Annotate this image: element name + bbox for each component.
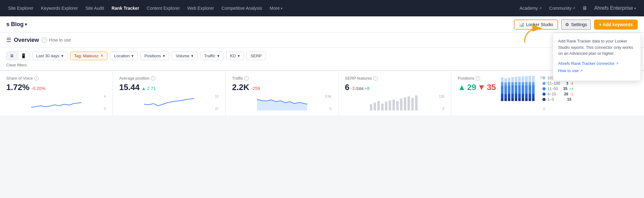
settings-button[interactable]: ⚙ Settings xyxy=(561,20,591,30)
tag-remove-icon[interactable]: ✕ xyxy=(100,54,103,58)
legend-row-11-50: 11–50 35 +4 xyxy=(542,87,573,91)
svg-rect-27 xyxy=(508,94,510,99)
chevron-down-icon: ▾ xyxy=(191,54,193,58)
positions-main: Positions i ▲ 29 ▼ 35 xyxy=(458,76,496,110)
chevron-down-icon: ▾ xyxy=(634,7,636,10)
breadcrumb[interactable]: s Blog ▾ xyxy=(6,21,27,28)
svg-rect-3 xyxy=(377,101,380,110)
svg-rect-4 xyxy=(381,104,384,110)
tooltip-link-how-to-use[interactable]: How to use ↗ xyxy=(558,68,636,73)
looker-studio-tooltip: Add Rank Tracker data to your Looker Stu… xyxy=(553,33,641,81)
average-position-label: Average position i xyxy=(119,76,219,81)
nav-community[interactable]: Community ↗ xyxy=(546,4,579,13)
svg-rect-6 xyxy=(389,100,391,110)
average-position-card: Average position i 15.44 ▲ 2.71 13 21 xyxy=(113,71,226,116)
nav-more[interactable]: More ▾ xyxy=(267,4,286,13)
mobile-device-btn[interactable]: 📱 xyxy=(18,52,29,60)
serp-sparkline: 128 0 xyxy=(345,95,445,110)
positions-filter[interactable]: Positions ▾ xyxy=(140,52,169,60)
nav-competitive-analysis[interactable]: Competitive Analysis xyxy=(218,4,265,13)
info-icon[interactable]: i xyxy=(151,76,155,81)
traffic-label: Traffic i xyxy=(232,76,332,81)
traffic-delta: -259 xyxy=(251,86,260,91)
share-of-voice-value: 1.72% -0.20% xyxy=(6,82,106,92)
how-to-use-link[interactable]: ? How to use xyxy=(42,37,71,43)
clear-filters-link[interactable]: Clear filters xyxy=(6,61,27,69)
nav-site-explorer[interactable]: Site Explorer xyxy=(5,4,36,13)
info-icon[interactable]: i xyxy=(373,76,378,81)
svg-rect-42 xyxy=(518,94,521,98)
location-filter[interactable]: Location ▾ xyxy=(110,52,138,60)
traffic-sparkline: 3.5K 0 xyxy=(232,95,332,110)
svg-rect-58 xyxy=(529,98,531,101)
volume-filter[interactable]: Volume ▾ xyxy=(172,52,197,60)
chevron-down-icon: ▾ xyxy=(238,54,240,58)
mobile-icon: 📱 xyxy=(21,53,26,58)
nav-keywords-explorer[interactable]: Keywords Explorer xyxy=(38,4,81,13)
up-arrow-icon: ▲ xyxy=(458,82,466,92)
average-position-sparkline: 13 21 xyxy=(119,95,219,110)
svg-rect-61 xyxy=(532,85,535,94)
svg-rect-38 xyxy=(515,98,517,101)
tag-filter[interactable]: Tag: Mateusz ✕ xyxy=(70,52,108,60)
svg-rect-29 xyxy=(511,77,514,82)
svg-rect-47 xyxy=(522,94,524,98)
kd-filter[interactable]: KD ▾ xyxy=(226,52,244,60)
nav-web-explorer[interactable]: Web Explorer xyxy=(184,4,217,13)
svg-rect-24 xyxy=(508,78,510,82)
metrics-row: Share of Voice i 1.72% -0.20% 4 0 Averag… xyxy=(0,71,644,116)
svg-rect-26 xyxy=(508,86,510,94)
desktop-icon: 🖥 xyxy=(10,53,14,58)
svg-rect-59 xyxy=(532,76,535,82)
svg-rect-50 xyxy=(525,82,528,86)
device-toggle: 🖥 📱 xyxy=(6,51,30,60)
info-icon[interactable]: i xyxy=(244,76,249,81)
svg-rect-34 xyxy=(515,77,517,82)
svg-rect-62 xyxy=(532,94,535,98)
svg-rect-36 xyxy=(515,86,517,93)
nav-content-explorer[interactable]: Content Explorer xyxy=(144,4,183,13)
svg-rect-2 xyxy=(374,103,376,110)
info-icon[interactable]: i xyxy=(34,76,39,81)
top-nav: Site Explorer Keywords Explorer Site Aud… xyxy=(0,0,644,16)
monitor-icon[interactable]: 🖥 xyxy=(580,3,590,13)
help-icon: ? xyxy=(42,37,47,43)
svg-rect-31 xyxy=(511,85,514,94)
overview-header: ☰ Overview ? How to use xyxy=(0,33,644,48)
traffic-filter[interactable]: Traffic ▾ xyxy=(200,52,223,60)
tooltip-link-connector[interactable]: Ahrefs Rank Tracker connector ↗ xyxy=(558,61,636,66)
share-of-voice-sparkline: 4 0 xyxy=(6,95,106,110)
svg-rect-32 xyxy=(511,94,514,98)
svg-rect-25 xyxy=(508,82,510,86)
sub-nav: s Blog ▾ 📊 Looker Studio ⚙ Settings + Ad… xyxy=(0,16,644,33)
nav-site-audit[interactable]: Site Audit xyxy=(82,4,107,13)
chevron-down-icon: ▾ xyxy=(281,7,282,10)
date-range-filter[interactable]: Last 30 days ▾ xyxy=(32,52,68,60)
positions-chart-area: 108 0 101+ 18 +18 51–100 3 -4 xyxy=(501,76,638,110)
svg-rect-10 xyxy=(404,97,406,110)
external-link-icon: ↗ xyxy=(572,6,575,10)
nav-enterprise[interactable]: Ahrefs Enterprise ▾ xyxy=(591,3,639,13)
add-keywords-button[interactable]: + Add keywords xyxy=(594,20,638,30)
svg-rect-20 xyxy=(504,82,507,86)
positions-legend: 101+ 18 +18 51–100 3 -4 11–50 35 +4 xyxy=(542,76,573,110)
svg-rect-23 xyxy=(504,99,507,101)
desktop-device-btn[interactable]: 🖥 xyxy=(7,52,17,60)
svg-rect-30 xyxy=(511,82,514,85)
nav-rank-tracker[interactable]: Rank Tracker xyxy=(108,4,142,13)
svg-rect-12 xyxy=(411,98,414,110)
serp-features-value: 6 -3 /104 +8 xyxy=(345,82,445,92)
serp-filter[interactable]: SERP xyxy=(247,52,266,60)
external-link-icon: ↗ xyxy=(616,61,619,65)
info-icon[interactable]: i xyxy=(476,76,480,81)
svg-rect-39 xyxy=(518,76,521,82)
nav-academy[interactable]: Academy ↗ xyxy=(516,4,545,13)
svg-rect-18 xyxy=(501,99,503,101)
svg-rect-52 xyxy=(525,94,528,98)
svg-rect-56 xyxy=(529,85,531,94)
overview-title: Overview xyxy=(14,37,39,43)
svg-rect-5 xyxy=(385,102,387,110)
svg-rect-55 xyxy=(529,82,531,85)
svg-rect-28 xyxy=(508,99,510,101)
hamburger-icon[interactable]: ☰ xyxy=(6,37,11,43)
